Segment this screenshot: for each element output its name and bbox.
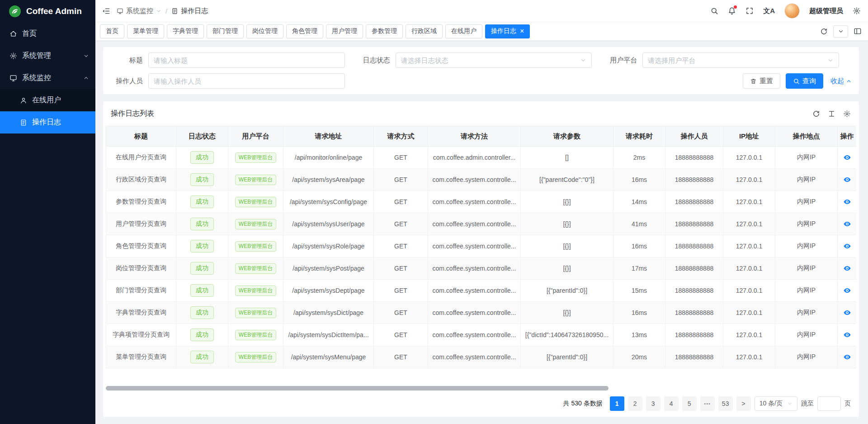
logo-icon [8,5,22,18]
cell-function: com.coffee.admin.controller... [428,147,521,169]
sidebar-item-home[interactable]: 首页 [0,23,95,45]
view-detail-button[interactable] [843,309,851,317]
tab-dict-mgmt[interactable]: 字典管理 [167,24,204,38]
cell-duration: 20ms [613,346,665,368]
cell-method: GET [374,213,428,235]
tab-label: 行政区域 [411,27,437,35]
sidebar-collapse-button[interactable] [102,7,110,15]
view-detail-button[interactable] [843,153,851,162]
cell-function: com.coffee.system.controlle... [428,257,521,280]
cell-title: 角色管理分页查询 [106,235,176,257]
cell-location: 内网IP [775,302,838,324]
cell-title: 部门管理分页查询 [106,280,176,302]
language-button[interactable]: 文A [763,7,775,15]
avatar[interactable] [784,3,800,19]
cell-params: [{"parentCode":"0"}] [521,169,613,191]
cell-operator: 18888888888 [665,302,723,324]
cell-title: 菜单管理分页查询 [106,346,176,368]
page-size-select[interactable]: 10 条/页 [755,396,797,411]
pagination-next-button[interactable]: > [736,396,751,411]
sidebar-item-online-users[interactable]: 在线用户 [0,89,95,111]
table-empty-space [103,368,859,386]
horizontal-scrollbar-thumb[interactable] [106,386,609,391]
notifications-button[interactable] [728,7,736,15]
column-settings-button[interactable] [843,110,851,118]
view-detail-button[interactable] [843,198,851,206]
view-detail-button[interactable] [843,176,851,184]
log-table-body: 在线用户分页查询成功WEB管理后台/api/monitor/online/pag… [106,147,857,368]
tab-config-mgmt[interactable]: 参数管理 [366,24,403,38]
tab-close-icon[interactable]: × [520,28,524,35]
pagination-page-4[interactable]: 4 [664,396,679,411]
pagination-page-5[interactable]: 5 [682,396,697,411]
status-select-input[interactable] [401,57,580,64]
density-button[interactable] [828,110,835,118]
tab-post-mgmt[interactable]: 岗位管理 [246,24,283,38]
platform-select-input[interactable] [648,57,827,64]
cell-url: /api/system/sysDept/page [283,280,374,302]
fullscreen-button[interactable] [745,7,754,15]
table-row: 部门管理分页查询成功WEB管理后台/api/system/sysDept/pag… [106,280,857,302]
search-icon [710,7,718,15]
view-detail-button[interactable] [843,286,851,295]
tab-bar: 首页菜单管理字典管理部门管理岗位管理角色管理用户管理参数管理行政区域在线用户操作… [95,22,868,41]
tab-online-users[interactable]: 在线用户 [445,24,482,38]
view-detail-button[interactable] [843,242,851,250]
collapse-filter-link[interactable]: 收起 [830,77,852,86]
pagination-page-3[interactable]: 3 [646,396,660,411]
tab-user-mgmt[interactable]: 用户管理 [326,24,363,38]
view-detail-button[interactable] [843,264,851,272]
cell-duration: 15ms [613,280,665,302]
pagination-page-2[interactable]: 2 [628,396,642,411]
cell-action [838,346,857,368]
sidebar-item-system-management[interactable]: 系统管理 [0,45,95,67]
cell-duration: 2ms [613,147,665,169]
tab-role-mgmt[interactable]: 角色管理 [286,24,323,38]
gear-icon [9,52,17,60]
jump-page-input[interactable] [817,396,841,411]
refresh-tabs-button[interactable] [820,28,828,35]
search-button[interactable]: 查询 [786,73,823,89]
tab-area-mgmt[interactable]: 行政区域 [406,24,443,38]
sidebar-item-operation-log[interactable]: 操作日志 [0,111,95,133]
chevron-down-icon [787,401,793,406]
collapse-label: 收起 [830,77,844,86]
tab-label: 岗位管理 [252,27,278,35]
title-input[interactable] [154,57,340,64]
username[interactable]: 超级管理员 [809,7,843,15]
chevron-up-icon [83,75,89,81]
pagination-page-1[interactable]: 1 [610,396,624,411]
breadcrumb-page-label: 操作日志 [181,7,208,15]
tab-home[interactable]: 首页 [100,24,124,38]
sidebar-item-system-monitor[interactable]: 系统监控 [0,67,95,89]
tab-menu-mgmt[interactable]: 菜单管理 [127,24,164,38]
pagination-page-53[interactable]: 53 [718,396,733,411]
view-detail-button[interactable] [843,220,851,228]
view-detail-button[interactable] [843,353,851,361]
view-detail-button[interactable] [843,331,851,339]
tab-label: 角色管理 [292,27,317,35]
breadcrumb-section[interactable]: 系统监控 [117,7,161,15]
tab-operation-log[interactable]: 操作日志× [485,24,530,38]
cell-platform: WEB管理后台 [228,235,283,257]
status-badge: 成功 [190,306,214,319]
platform-select[interactable] [642,52,839,68]
refresh-table-button[interactable] [812,110,820,118]
chevron-down-icon [580,57,586,63]
tab-actions-dropdown[interactable] [833,25,848,38]
reset-button[interactable]: 重置 [743,73,780,89]
pagination-more-button[interactable]: ••• [700,396,715,411]
layout-panel-button[interactable] [854,27,862,35]
settings-button[interactable] [853,7,861,15]
sidebar-item-label: 操作日志 [32,118,61,127]
log-table-card: 操作日志列表 [103,101,859,417]
cell-duration: 41ms [613,213,665,235]
tab-dept-mgmt[interactable]: 部门管理 [207,24,244,38]
cell-ip: 127.0.0.1 [723,302,775,324]
status-select[interactable] [396,52,592,68]
document-icon [171,8,178,14]
operator-input[interactable] [154,77,340,85]
search-button-label: 查询 [802,77,816,86]
global-search-button[interactable] [710,7,718,15]
fullscreen-icon [745,7,754,15]
